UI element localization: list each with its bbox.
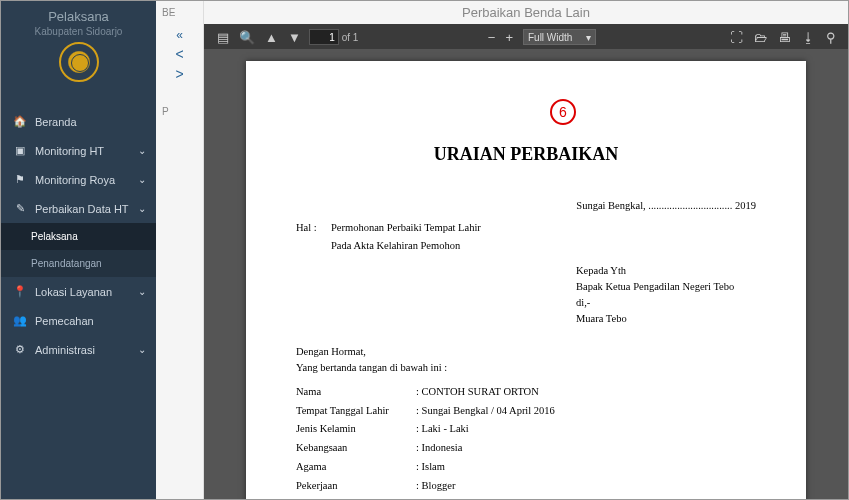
document-title: URAIAN PERBAIKAN <box>296 141 756 168</box>
field-label: Kebangsaan <box>296 440 416 456</box>
document-page: 6 URAIAN PERBAIKAN Sungai Bengkal, .....… <box>246 61 806 499</box>
viewer-title: Perbaikan Benda Lain <box>204 1 848 24</box>
sidebar-item-administrasi[interactable]: ⚙ Administrasi ⌄ <box>1 335 156 364</box>
collapse-right-icon[interactable]: > <box>156 66 203 82</box>
sidebar-item-lokasi-layanan[interactable]: 📍 Lokasi Layanan ⌄ <box>1 277 156 306</box>
flag-icon: ⚑ <box>13 173 27 186</box>
subject-text: Permohonan Perbaiki Tempat Lahir <box>331 220 481 236</box>
fullscreen-icon[interactable]: ⛶ <box>730 30 743 45</box>
zoom-label: Full Width <box>528 32 572 43</box>
sidebar-item-label: Administrasi <box>35 344 95 356</box>
chevron-down-icon: ⌄ <box>138 203 146 214</box>
collapse-label: BE <box>156 1 203 24</box>
chevron-down-icon: ▾ <box>586 32 591 43</box>
sidebar-item-monitoring-roya[interactable]: ⚑ Monitoring Roya ⌄ <box>1 165 156 194</box>
subject-row: Hal : Permohonan Perbaiki Tempat Lahir <box>296 220 756 236</box>
field-label: Tempat Tanggal Lahir <box>296 403 416 419</box>
sidebar-item-pemecahan[interactable]: 👥 Pemecahan <box>1 306 156 335</box>
chevron-down-icon: ⌄ <box>138 344 146 355</box>
users-icon: 👥 <box>13 314 27 327</box>
annotation-circle: 6 <box>550 99 576 125</box>
sidebar-item-label: Beranda <box>35 116 77 128</box>
field-value: Sungai Bengkal / 04 April 2016 <box>416 403 555 419</box>
location-date: Sungai Bengkal, ........................… <box>296 198 756 214</box>
page-up-icon[interactable]: ▲ <box>265 30 278 45</box>
recipient-block: Kepada Yth Bapak Ketua Pengadilan Negeri… <box>576 263 756 326</box>
subject-label: Hal : <box>296 220 331 236</box>
sidebar-subitem-pelaksana[interactable]: Pelaksana <box>1 223 156 250</box>
sidebar-item-monitoring-ht[interactable]: ▣ Monitoring HT ⌄ <box>1 136 156 165</box>
chevron-down-icon: ⌄ <box>138 286 146 297</box>
field-label: Alamat <box>296 496 416 499</box>
collapse-label-p: P <box>156 100 203 123</box>
sidebar-item-label: Lokasi Layanan <box>35 286 112 298</box>
field-value: Laki - Laki <box>416 421 469 437</box>
greeting: Dengan Hormat, <box>296 344 756 360</box>
chevron-down-icon: ⌄ <box>138 145 146 156</box>
home-icon: 🏠 <box>13 115 27 128</box>
download-icon[interactable]: ⭳ <box>802 30 815 45</box>
search-icon[interactable]: 🔍 <box>239 30 255 45</box>
page-number-input[interactable] <box>309 29 339 45</box>
field-value: Indonesia <box>416 440 462 456</box>
pdf-body[interactable]: 6 URAIAN PERBAIKAN Sungai Bengkal, .....… <box>204 49 848 499</box>
recipient-line: di,- <box>576 295 756 311</box>
page-total-label: of 1 <box>342 32 359 43</box>
fields-block: NamaCONTOH SURAT ORTON Tempat Tanggal La… <box>296 384 756 499</box>
sidebar-item-label: Penandatangan <box>31 258 102 269</box>
sidebar-subitem-penandatangan[interactable]: Penandatangan <box>1 250 156 277</box>
field-row: NamaCONTOH SURAT ORTON <box>296 384 756 400</box>
print-icon[interactable]: 🖶 <box>778 30 791 45</box>
sidebar: Pelaksana Kabupaten Sidoarjo 🏠 Beranda ▣… <box>1 1 156 499</box>
field-row: AlamatSungai Mancur RT. 006 RW. 002 Kel.… <box>296 496 756 499</box>
edit-icon: ✎ <box>13 202 27 215</box>
sidebar-toggle-icon[interactable]: ▤ <box>217 30 229 45</box>
field-row: Tempat Tanggal LahirSungai Bengkal / 04 … <box>296 403 756 419</box>
recipient-line: Kepada Yth <box>576 263 756 279</box>
nav: 🏠 Beranda ▣ Monitoring HT ⌄ ⚑ Monitoring… <box>1 107 156 364</box>
field-value: CONTOH SURAT ORTON <box>416 384 539 400</box>
field-row: KebangsaanIndonesia <box>296 440 756 456</box>
document-viewer: Perbaikan Benda Lain ▤ 🔍 ▲ ▼ of 1 − + Fu… <box>204 1 848 499</box>
intro-line: Yang bertanda tangan di bawah ini : <box>296 360 756 376</box>
field-row: AgamaIslam <box>296 459 756 475</box>
field-label: Nama <box>296 384 416 400</box>
field-row: PekerjaanBlogger <box>296 478 756 494</box>
field-label: Agama <box>296 459 416 475</box>
sidebar-item-label: Monitoring Roya <box>35 174 115 186</box>
zoom-out-icon[interactable]: − <box>488 30 496 45</box>
bookmark-icon[interactable]: ⚲ <box>826 30 836 45</box>
collapse-double-left-icon[interactable]: « <box>156 28 203 42</box>
field-row: Jenis KelaminLaki - Laki <box>296 421 756 437</box>
zoom-select[interactable]: Full Width ▾ <box>523 29 596 45</box>
subject-text-2: Pada Akta Kelahiran Pemohon <box>331 238 460 254</box>
pdf-toolbar: ▤ 🔍 ▲ ▼ of 1 − + Full Width ▾ ⛶ 🗁 🖶 ⭳ ⚲ <box>204 24 848 50</box>
app-logo <box>59 42 99 82</box>
sidebar-item-label: Pemecahan <box>35 315 94 327</box>
monitor-icon: ▣ <box>13 144 27 157</box>
sidebar-header: Pelaksana Kabupaten Sidoarjo <box>1 1 156 92</box>
sidebar-item-label: Perbaikan Data HT <box>35 203 129 215</box>
subject-row-2: Pada Akta Kelahiran Pemohon <box>296 238 756 254</box>
sidebar-item-label: Monitoring HT <box>35 145 104 157</box>
collapse-strip: BE « < > P <box>156 1 204 499</box>
sidebar-item-beranda[interactable]: 🏠 Beranda <box>1 107 156 136</box>
sidebar-item-label: Pelaksana <box>31 231 78 242</box>
field-value: Islam <box>416 459 445 475</box>
location-icon: 📍 <box>13 285 27 298</box>
field-value: Sungai Mancur RT. 006 RW. 002 Kel. Sunga… <box>416 496 711 499</box>
collapse-left-icon[interactable]: < <box>156 46 203 62</box>
recipient-line: Bapak Ketua Pengadilan Negeri Tebo <box>576 279 756 295</box>
field-label: Pekerjaan <box>296 478 416 494</box>
page-down-icon[interactable]: ▼ <box>288 30 301 45</box>
gear-icon: ⚙ <box>13 343 27 356</box>
zoom-in-icon[interactable]: + <box>505 30 513 45</box>
sidebar-item-perbaikan-data-ht[interactable]: ✎ Perbaikan Data HT ⌄ <box>1 194 156 223</box>
recipient-line: Muara Tebo <box>576 311 756 327</box>
field-value: Blogger <box>416 478 455 494</box>
open-file-icon[interactable]: 🗁 <box>754 30 767 45</box>
field-label: Jenis Kelamin <box>296 421 416 437</box>
chevron-down-icon: ⌄ <box>138 174 146 185</box>
sidebar-title: Pelaksana <box>6 9 151 24</box>
sidebar-subtitle: Kabupaten Sidoarjo <box>6 26 151 37</box>
